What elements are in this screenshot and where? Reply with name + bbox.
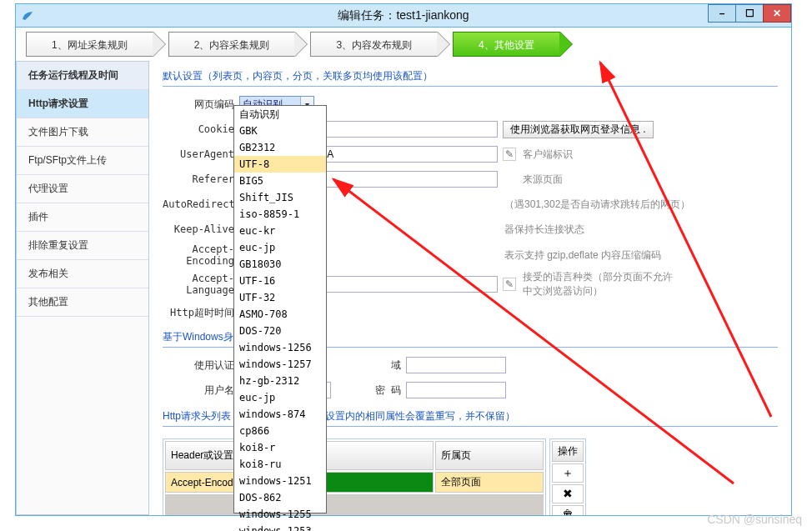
encoding-option[interactable]: iso-8859-1 [234,206,326,223]
headers-note: 设置内的相同属性会覆盖重写，并不保留） [325,410,515,422]
sidebar-item-publish[interactable]: 发布相关 [17,260,148,288]
app-icon [21,9,34,23]
sidebar-item-download[interactable]: 文件图片下载 [17,118,148,147]
label-username: 用户名 [163,383,239,398]
step-3[interactable]: 3、内容发布规则 [310,32,438,57]
label-acceptlang: Accept-Language [163,273,239,296]
encoding-option[interactable]: UTF-32 [234,289,326,306]
minimize-button[interactable]: – [708,4,736,23]
table-empty-row [165,494,544,515]
encoding-option[interactable]: koi8-ru [234,456,326,473]
sidebar-item-plugin[interactable]: 插件 [17,203,148,232]
acceptlang-hint: 接受的语言种类（部分页面不允许中文浏览器访问） [523,270,673,298]
encoding-option[interactable]: windows-1251 [234,473,326,489]
label-domain: 域 [373,358,406,373]
encoding-option[interactable]: euc-jp [234,239,326,256]
encoding-option[interactable]: DOS-720 [234,323,326,339]
table-header-row: Header或设置 值 所属页 [165,441,544,470]
encoding-option[interactable]: UTF-16 [234,273,326,289]
edit-icon-2[interactable]: ✎ [503,278,516,291]
label-acceptenc: Accept-Encoding [163,243,239,267]
encoding-dropdown[interactable]: 自动识别GBKGB2312UTF-8BIG5Shift_JISiso-8859-… [233,105,327,513]
encoding-option[interactable]: koi8-r [234,439,326,456]
window-buttons: – ☐ ✕ [709,4,791,23]
keepalive-hint: 器保持长连接状态 [504,223,584,237]
label-password: 密 码 [373,383,406,398]
useragent-hint: 客户端标识 [523,148,573,162]
encoding-option[interactable]: euc-jp [234,389,326,406]
window-title: 编辑任务：test1-jiankong [16,8,791,23]
password-input[interactable] [406,382,506,398]
window-frame: 编辑任务：test1-jiankong – ☐ ✕ 1、网址采集规则 2、内容采… [15,3,792,516]
maximize-button[interactable]: ☐ [735,4,764,23]
delete-icon[interactable]: 🗑 [562,508,574,515]
encoding-option[interactable]: hz-gb-2312 [234,373,326,389]
label-timeout: Http超时时间 [163,306,239,320]
sidebar-item-dedup[interactable]: 排除重复设置 [17,232,148,260]
encoding-option[interactable]: cp866 [234,423,326,439]
acceptenc-hint: 表示支持 gzip,deflate 内容压缩编码 [504,248,661,263]
encoding-option[interactable]: windows-1256 [234,339,326,356]
browser-cookie-button[interactable]: 使用浏览器获取网页登录信息 . [503,121,654,138]
ops-table: 操作 ＋ ✖ 🗑 [549,438,586,515]
label-autoredirect: AutoRedirect [163,198,239,210]
label-keepalive: Keep-Alive [163,223,239,235]
remove-icon[interactable]: ✖ [563,487,573,500]
encoding-option[interactable]: euc-kr [234,223,326,239]
encoding-option[interactable]: GBK [234,123,326,139]
step-4[interactable]: 4、其他设置 [453,32,560,57]
autoredirect-hint: （遇301,302是否自动请求跳转后的网页） [504,198,690,212]
close-button[interactable]: ✕ [763,4,791,23]
encoding-option[interactable]: BIG5 [234,173,326,189]
encoding-option[interactable]: windows-1253 [234,523,326,531]
headers-title-text: Http请求头列表 [163,410,231,422]
sidebar-item-other[interactable]: 其他配置 [17,288,148,317]
label-useauth: 使用认证 [163,358,239,373]
table-row[interactable]: Accept-Encodi 全部页面 [165,472,544,493]
sidebar-item-proxy[interactable]: 代理设置 [17,175,148,203]
encoding-option[interactable]: UTF-8 [234,156,326,173]
label-referer: Referer [163,173,239,185]
watermark: CSDN @sunsineq [707,513,802,526]
group-default-title: 默认设置（列表页，内容页，分页，关联多页均使用该配置） [163,69,778,87]
encoding-option[interactable]: windows-874 [234,406,326,423]
encoding-option[interactable]: Shift_JIS [234,189,326,206]
encoding-option[interactable]: ASMO-708 [234,306,326,323]
encoding-option[interactable]: 自动识别 [234,106,326,123]
encoding-option[interactable]: windows-1257 [234,356,326,373]
domain-input[interactable] [406,357,506,373]
add-icon[interactable]: ＋ [562,466,574,479]
sidebar: 任务运行线程及时间 Http请求设置 文件图片下载 Ftp/SFtp文件上传 代… [16,61,149,515]
col-ops: 操作 [552,441,584,462]
cell-page: 全部页面 [435,472,544,493]
headers-table: Header或设置 值 所属页 Accept-Encodi 全部页面 [163,438,546,515]
encoding-option[interactable]: DOS-862 [234,489,326,506]
encoding-option[interactable]: windows-1255 [234,506,326,523]
label-encoding: 网页编码 [163,98,239,112]
label-useragent: UserAgent [163,148,239,160]
sidebar-item-ftp[interactable]: Ftp/SFtp文件上传 [17,147,148,175]
step-2[interactable]: 2、内容采集规则 [168,32,296,57]
sidebar-header: 任务运行线程及时间 [17,62,148,90]
referer-hint: 来源页面 [523,173,563,187]
body: 任务运行线程及时间 Http请求设置 文件图片下载 Ftp/SFtp文件上传 代… [16,61,791,515]
encoding-option[interactable]: GB18030 [234,256,326,273]
label-cookie: Cookie [163,123,239,135]
sidebar-item-http[interactable]: Http请求设置 [17,90,148,118]
step-bar: 1、网址采集规则 2、内容采集规则 3、内容发布规则 4、其他设置 [16,28,791,61]
col-page[interactable]: 所属页 [435,441,544,470]
titlebar: 编辑任务：test1-jiankong – ☐ ✕ [16,4,791,28]
step-1[interactable]: 1、网址采集规则 [26,32,153,57]
edit-icon[interactable]: ✎ [503,148,516,161]
encoding-option[interactable]: GB2312 [234,139,326,156]
